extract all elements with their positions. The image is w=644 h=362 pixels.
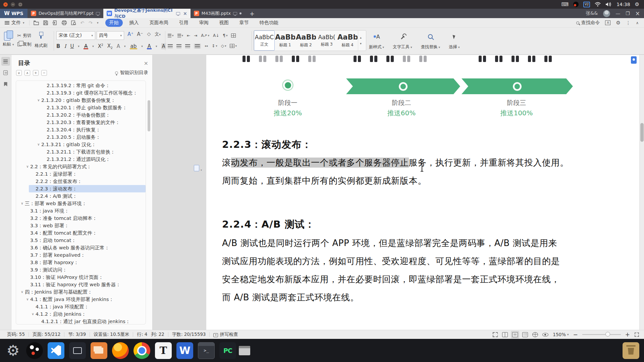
align-right-button[interactable]	[185, 44, 190, 48]
dock-wps-icon[interactable]: W	[176, 342, 193, 359]
align-left-button[interactable]	[168, 44, 173, 48]
close-icon[interactable]: ×	[144, 60, 148, 66]
dock-file-manager-icon[interactable]	[91, 342, 107, 359]
toc-item[interactable]: 2.1.3.20.1：停止 gitlab 数据服务：	[16, 104, 146, 111]
new-style-button[interactable]: ✱A 新样式▾	[369, 31, 384, 51]
tab-special-features[interactable]: 特色功能	[256, 19, 282, 27]
zoom-in-toc-button[interactable]: +	[33, 70, 39, 76]
line-spacing-button[interactable]: ↕▾	[212, 44, 217, 48]
toc-item[interactable]: 3.2：准备 tomcat 启动脚本：	[16, 215, 146, 222]
tab-m43-pptx[interactable]: P M43画图.pptx	[191, 9, 245, 18]
chevron-down-icon[interactable]: ∨	[36, 141, 41, 148]
clear-format-icon[interactable]: ◇	[147, 31, 151, 40]
zoom-slider-thumb[interactable]	[605, 332, 610, 337]
select-button[interactable]: 选择▾	[449, 31, 460, 51]
chevron-down-icon[interactable]: ▾	[97, 21, 99, 24]
toc-item[interactable]: ∨四：Jenkins 部署与基础配置：	[16, 288, 146, 296]
assign-shortcut-icon[interactable]: A	[605, 20, 610, 25]
wps-home-button[interactable]: W WPS	[0, 9, 28, 18]
window-minimize-icon[interactable]: −	[11, 2, 15, 7]
toc-item[interactable]: ∨4.1：配置 java 环境并部署 jenkins：	[16, 296, 146, 303]
tab-section[interactable]: 章节	[235, 19, 253, 27]
power-gear-icon[interactable]: ⚙	[635, 1, 639, 7]
dock-obs-studio-icon[interactable]	[26, 342, 43, 359]
distribute-button[interactable]: ↔	[205, 44, 208, 48]
toc-item[interactable]: 3.5：启动 tomcat：	[16, 237, 146, 244]
zoom-slider[interactable]	[582, 334, 621, 335]
settings-gear-icon[interactable]: ⚙	[616, 20, 620, 26]
format-painter-button[interactable]: 格式刷	[35, 31, 48, 49]
status-section[interactable]: 节: 3/39	[64, 331, 90, 338]
find-replace-button[interactable]: 查找替换▾	[421, 31, 440, 51]
style-heading2[interactable]: AaBbI标题 2	[296, 31, 316, 51]
toc-item[interactable]: ∨三：部署 web 服务器环境：	[16, 200, 146, 207]
toc-item[interactable]: 4.1.2.1：通过 jar 包直接启动 jenkins：	[16, 318, 146, 324]
eye-protect-icon[interactable]	[542, 333, 548, 337]
web-view-icon[interactable]	[532, 332, 538, 337]
share-screen-icon[interactable]	[233, 12, 237, 15]
toc-item[interactable]: 4.1.1：java 环境配置：	[16, 303, 146, 310]
status-page-count[interactable]: 页面: 55/212	[29, 331, 64, 338]
save-icon[interactable]	[43, 20, 48, 25]
toc-item[interactable]: 3.10：验证 HAProxy 统计页面：	[16, 274, 146, 281]
highlight-color-button[interactable]: ab	[130, 43, 138, 49]
toc-item[interactable]: 3.8：部署 haproxy：	[16, 259, 146, 266]
dock-chrome-icon[interactable]	[133, 342, 150, 359]
zoom-in-button[interactable]: +	[625, 331, 630, 338]
collapse-all-button[interactable]: ∧	[24, 70, 30, 76]
toc-item[interactable]: 3.3：web 部署：	[16, 222, 146, 229]
tab-devops-ppt[interactable]: P DevOps封面与结尾PPT.ppt	[28, 9, 103, 18]
toc-item[interactable]: 2.2.1：蓝绿部署：	[16, 170, 146, 178]
share-screen-icon[interactable]	[176, 12, 180, 15]
dock-app-window-icon[interactable]	[239, 346, 250, 355]
toc-icon[interactable]	[1, 57, 10, 66]
toc-item[interactable]: 2.1.3.21.2：通过源码汉化：	[16, 156, 146, 163]
toc-item[interactable]: 3.11：验证 haproxy 代理 web 服务器：	[16, 281, 146, 288]
window-maximize-icon[interactable]: □	[18, 2, 22, 7]
font-name-select[interactable]: 宋体 (正文)▾	[56, 31, 95, 40]
window-close-icon[interactable]: ×	[3, 2, 8, 7]
insert-table-icon[interactable]	[231, 34, 236, 38]
shrink-font-button[interactable]: A⁻	[137, 31, 143, 40]
locate-pin-icon[interactable]	[631, 56, 637, 64]
subscript-button[interactable]: X2	[107, 43, 113, 50]
pinyin-guide-button[interactable]: 文▾	[155, 31, 161, 40]
chevron-down-icon[interactable]: ∨	[25, 163, 30, 170]
text-direction-button[interactable]: A↗▾	[201, 33, 209, 38]
user-name[interactable]: 张&&	[586, 10, 598, 16]
superscript-button[interactable]: X2	[98, 43, 103, 49]
wifi-icon[interactable]	[595, 2, 601, 7]
tab-references[interactable]: 引用	[175, 19, 193, 27]
text-effects-button[interactable]: A	[117, 43, 120, 49]
justify-button[interactable]	[194, 44, 201, 49]
font-color-button[interactable]: A	[147, 43, 152, 49]
toc-item[interactable]: 2.2.2：金丝雀发布：	[16, 178, 146, 185]
dock-terminal-icon[interactable]: >_	[198, 342, 215, 359]
font-size-select[interactable]: 四号▾	[97, 31, 124, 40]
toc-item[interactable]: 2.1.3.21.1：下载语言包替换：	[16, 148, 146, 156]
zoom-level[interactable]: 150%▾	[553, 332, 569, 337]
zoom-out-toc-button[interactable]: −	[41, 70, 47, 76]
dock-trash-icon[interactable]	[623, 342, 639, 359]
redo-icon[interactable]: ↷	[89, 20, 93, 25]
v2ray-tray-icon[interactable]: V2	[583, 2, 590, 7]
more-dots-icon[interactable]: ⋮	[626, 20, 631, 25]
avatar[interactable]	[603, 10, 610, 17]
status-setting-value[interactable]: 设置值: 10.5厘米	[90, 331, 133, 338]
toc-item[interactable]: 2.1.3.20.3：查看要恢复的文件：	[16, 119, 146, 126]
open-icon[interactable]	[34, 20, 39, 25]
strikethrough-button[interactable]: A	[84, 43, 88, 49]
dock-firefox-icon[interactable]	[112, 342, 129, 359]
style-normal[interactable]: AaBbC正文	[254, 31, 275, 51]
tab-view[interactable]: 视图	[215, 19, 233, 27]
collapse-ribbon-icon[interactable]: ∧	[636, 21, 639, 25]
toc-item[interactable]: 3.6：确认各 web 服务器访问正常：	[16, 244, 146, 251]
numbered-list-button[interactable]: ▾	[177, 34, 183, 38]
bullet-list-button[interactable]: ▾	[168, 34, 174, 38]
spell-check-button[interactable]: ×拼写检查	[210, 331, 241, 338]
toc-item[interactable]: 3.9：测试访问：	[16, 266, 146, 274]
tab-close-icon[interactable]: ×	[183, 11, 187, 16]
toc-item[interactable]: 2.1.3.20.5：启动服务：	[16, 133, 146, 141]
sort-button[interactable]: A↓	[213, 33, 219, 38]
borders-button[interactable]: ▾	[230, 44, 237, 48]
